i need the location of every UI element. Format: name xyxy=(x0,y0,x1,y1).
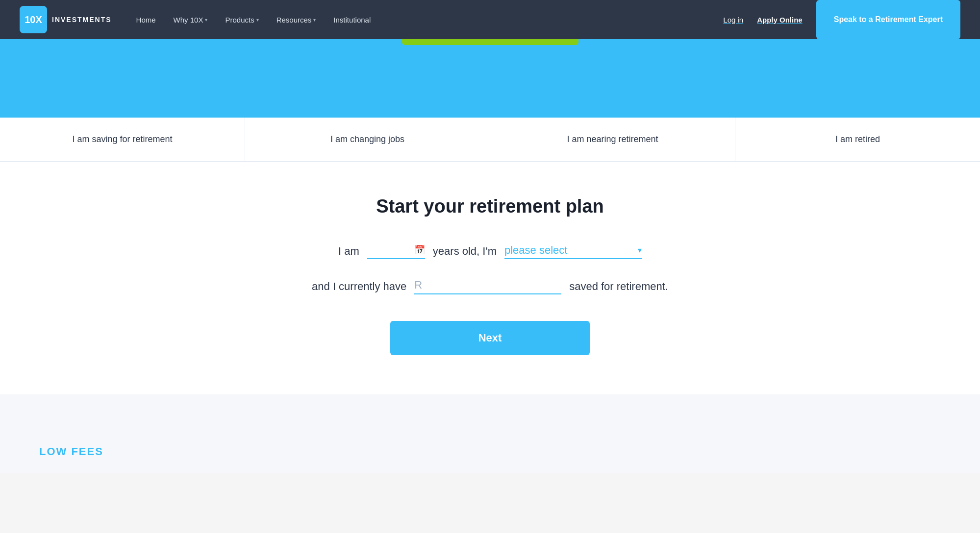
nav-home[interactable]: Home xyxy=(136,16,156,24)
calendar-icon: 📅 xyxy=(414,244,425,255)
nav-products[interactable]: Products ▾ xyxy=(225,16,258,24)
form-title: Start your retirement plan xyxy=(376,196,604,217)
tabs-row: I am saving for retirement I am changing… xyxy=(0,118,980,161)
nav-resources[interactable]: Resources ▾ xyxy=(276,16,316,24)
chevron-down-icon: ▾ xyxy=(256,17,259,23)
nav-links: Home Why 10X ▾ Products ▾ Resources ▾ In… xyxy=(136,16,724,24)
tab-retired[interactable]: I am retired xyxy=(735,118,980,161)
age-prefix-label: I am xyxy=(338,245,359,258)
tab-changing-jobs[interactable]: I am changing jobs xyxy=(245,118,490,161)
apply-online-link[interactable]: Apply Online xyxy=(757,16,803,24)
hero-green-bar xyxy=(402,39,578,45)
chevron-down-icon: ▾ xyxy=(638,245,642,255)
logo[interactable]: 10X INVESTMENTS xyxy=(20,6,112,33)
age-row: I am 📅 years old, I'm please select male… xyxy=(338,243,642,259)
logo-text: INVESTMENTS xyxy=(52,16,112,24)
nav-why10x[interactable]: Why 10X ▾ xyxy=(174,16,208,24)
logo-box: 10X xyxy=(20,6,47,33)
nav-actions: Log in Apply Online Speak to a Retiremen… xyxy=(723,0,960,39)
logo-symbol: 10X xyxy=(25,14,42,25)
chevron-down-icon: ▾ xyxy=(205,17,207,23)
chevron-down-icon: ▾ xyxy=(313,17,316,23)
savings-row: and I currently have R saved for retirem… xyxy=(312,279,668,294)
tabs-section: I am saving for retirement I am changing… xyxy=(0,118,980,162)
navbar: 10X INVESTMENTS Home Why 10X ▾ Products … xyxy=(0,0,980,39)
hero-section xyxy=(0,39,980,118)
login-link[interactable]: Log in xyxy=(723,16,743,24)
gender-select[interactable]: please select male female xyxy=(504,244,634,256)
age-suffix-label: years old, I'm xyxy=(433,245,497,258)
main-section: Start your retirement plan I am 📅 years … xyxy=(0,162,980,394)
age-input[interactable] xyxy=(367,243,411,256)
low-fees-label: LOW FEES xyxy=(39,445,103,458)
savings-input[interactable] xyxy=(424,279,561,291)
savings-input-wrapper: R xyxy=(414,279,561,294)
tab-saving[interactable]: I am saving for retirement xyxy=(0,118,245,161)
tab-nearing-retirement[interactable]: I am nearing retirement xyxy=(490,118,735,161)
nav-institutional[interactable]: Institutional xyxy=(333,16,371,24)
speak-to-expert-button[interactable]: Speak to a Retirement Expert xyxy=(816,0,960,39)
bottom-section: LOW FEES xyxy=(0,394,980,473)
currency-prefix: R xyxy=(414,279,422,291)
age-input-wrapper: 📅 xyxy=(367,243,425,259)
gender-select-wrapper: please select male female ▾ xyxy=(504,244,642,259)
savings-prefix-label: and I currently have xyxy=(312,280,406,293)
savings-suffix-label: saved for retirement. xyxy=(569,280,668,293)
next-button[interactable]: Next xyxy=(390,321,590,355)
